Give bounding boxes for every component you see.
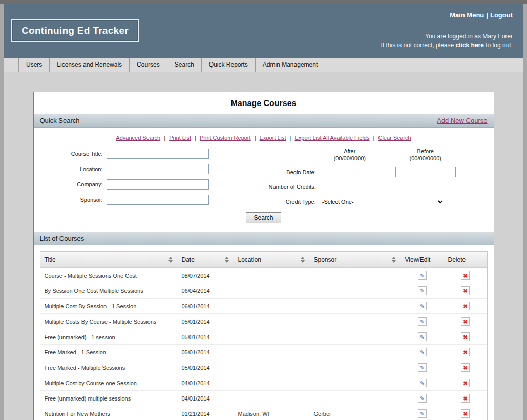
export-list-all-fields-link[interactable]: Export List All Available Fields bbox=[295, 135, 370, 141]
sponsor-input[interactable] bbox=[107, 195, 209, 205]
delete-icon[interactable]: ✖ bbox=[461, 317, 470, 326]
delete-icon[interactable]: ✖ bbox=[461, 348, 470, 356]
edit-icon[interactable]: ✎ bbox=[418, 394, 427, 403]
page-title: Manage Courses bbox=[34, 92, 494, 114]
nav-item-users[interactable]: Users bbox=[18, 58, 50, 72]
cell-delete: ✖ bbox=[444, 329, 487, 345]
nav-item-search[interactable]: Search bbox=[167, 58, 202, 72]
column-header-sponsor[interactable]: Sponsor bbox=[310, 252, 401, 268]
click-here-link[interactable]: click here bbox=[456, 41, 484, 49]
course-title-label: Course Title: bbox=[45, 151, 107, 157]
cell-view-edit: ✎ bbox=[401, 360, 444, 375]
company-input[interactable] bbox=[107, 179, 209, 190]
cell-location bbox=[234, 375, 310, 391]
cell-date: 04/01/2014 bbox=[178, 391, 234, 406]
cell-delete: ✖ bbox=[444, 391, 487, 406]
edit-icon[interactable]: ✎ bbox=[418, 302, 427, 310]
credit-type-label: Credit Type: bbox=[242, 199, 320, 205]
edit-icon[interactable]: ✎ bbox=[418, 332, 427, 341]
top-strip bbox=[0, 0, 527, 4]
cell-sponsor bbox=[310, 314, 401, 329]
edit-icon[interactable]: ✎ bbox=[418, 286, 427, 295]
table-row: Multiple Costs By Course - Multiple Sess… bbox=[40, 314, 487, 329]
logout-link[interactable]: Logout bbox=[490, 11, 513, 19]
edit-icon[interactable]: ✎ bbox=[418, 409, 427, 418]
delete-icon[interactable]: ✖ bbox=[461, 409, 470, 418]
cell-sponsor bbox=[310, 375, 401, 391]
cell-title: Nutrition For New Mothers bbox=[40, 406, 178, 420]
content-area: Manage Courses Quick Search Add New Cour… bbox=[4, 72, 523, 420]
number-of-credits-input[interactable] bbox=[320, 182, 378, 192]
cell-location bbox=[234, 299, 310, 314]
cell-view-edit: ✎ bbox=[401, 329, 444, 345]
table-row: Course - Multiple Sessions One Cost08/07… bbox=[40, 268, 487, 283]
toolbar-separator: | bbox=[195, 135, 196, 141]
advanced-search-link[interactable]: Advanced Search bbox=[116, 135, 160, 141]
cell-date: 01/21/2014 bbox=[178, 406, 234, 420]
begin-date-label: Begin Date: bbox=[242, 169, 320, 175]
quick-search-header: Quick Search Add New Course bbox=[34, 114, 494, 128]
nav-item-admin-management[interactable]: Admin Management bbox=[256, 58, 325, 72]
quick-search-body: Advanced Search | Print List | Print Cus… bbox=[34, 128, 494, 232]
cell-delete: ✖ bbox=[444, 268, 487, 283]
export-list-link[interactable]: Export List bbox=[260, 135, 286, 141]
location-input[interactable] bbox=[107, 164, 209, 174]
delete-icon[interactable]: ✖ bbox=[461, 379, 470, 387]
table-row: Free (unmarked) - 1 session05/01/2014✎✖ bbox=[40, 329, 487, 345]
cell-title: Free Marked - Multiple Sessions bbox=[40, 360, 178, 375]
sort-icon[interactable] bbox=[167, 256, 174, 264]
cell-view-edit: ✎ bbox=[401, 375, 444, 391]
main-nav: Users Licenses and Renewals Courses Sear… bbox=[4, 58, 523, 72]
cell-view-edit: ✎ bbox=[401, 345, 444, 360]
nav-item-quick-reports[interactable]: Quick Reports bbox=[202, 58, 256, 72]
header-right: Main Menu|Logout You are logged in as Ma… bbox=[381, 11, 513, 52]
cell-location: Madison, WI bbox=[234, 406, 310, 420]
begin-date-before-input[interactable] bbox=[395, 167, 456, 177]
credit-type-select[interactable]: -Select One- bbox=[320, 197, 445, 207]
table-row: Multiple Cost By Session - 1 Session06/0… bbox=[40, 299, 487, 314]
cell-delete: ✖ bbox=[444, 314, 487, 329]
cell-sponsor bbox=[310, 345, 401, 360]
cell-delete: ✖ bbox=[444, 345, 487, 360]
cell-delete: ✖ bbox=[444, 360, 487, 375]
logout-hint-pre: If this is not correct, please bbox=[381, 41, 454, 49]
delete-icon[interactable]: ✖ bbox=[461, 332, 470, 341]
column-header-date[interactable]: Date bbox=[178, 252, 234, 268]
course-list-body: Title Date bbox=[34, 245, 494, 420]
list-of-courses-title: List of Courses bbox=[40, 235, 85, 242]
delete-icon[interactable]: ✖ bbox=[461, 286, 470, 295]
search-toolbar: Advanced Search | Print List | Print Cus… bbox=[34, 131, 494, 148]
cell-location bbox=[234, 345, 310, 360]
delete-icon[interactable]: ✖ bbox=[461, 394, 470, 403]
toolbar-separator: | bbox=[290, 135, 291, 141]
sort-icon[interactable] bbox=[224, 256, 230, 264]
delete-icon[interactable]: ✖ bbox=[461, 271, 470, 280]
course-title-input[interactable] bbox=[107, 149, 209, 159]
print-custom-report-link[interactable]: Print Custom Report bbox=[200, 135, 251, 141]
nav-item-licenses-and-renewals[interactable]: Licenses and Renewals bbox=[50, 58, 130, 72]
edit-icon[interactable]: ✎ bbox=[418, 348, 427, 356]
cell-location bbox=[234, 283, 310, 299]
column-header-location[interactable]: Location bbox=[234, 252, 310, 268]
print-list-link[interactable]: Print List bbox=[169, 135, 191, 141]
delete-icon[interactable]: ✖ bbox=[461, 302, 470, 310]
edit-icon[interactable]: ✎ bbox=[418, 363, 427, 372]
login-status: You are logged in as Mary Forer If this … bbox=[381, 32, 513, 50]
edit-icon[interactable]: ✎ bbox=[418, 317, 427, 326]
begin-date-after-input[interactable] bbox=[320, 167, 380, 177]
sort-icon[interactable] bbox=[391, 256, 397, 264]
column-header-title[interactable]: Title bbox=[40, 252, 178, 268]
location-label: Location: bbox=[45, 166, 107, 172]
sort-icon[interactable] bbox=[300, 256, 306, 264]
table-row: Free (unmarked) multiple sessions04/01/2… bbox=[40, 391, 487, 406]
nav-item-courses[interactable]: Courses bbox=[130, 58, 167, 72]
edit-icon[interactable]: ✎ bbox=[418, 271, 427, 280]
main-menu-link[interactable]: Main Menu bbox=[450, 11, 484, 19]
app-header: Continuing Ed Tracker Main Menu|Logout Y… bbox=[4, 4, 523, 58]
edit-icon[interactable]: ✎ bbox=[418, 379, 427, 387]
delete-icon[interactable]: ✖ bbox=[461, 363, 470, 372]
clear-search-link[interactable]: Clear Search bbox=[378, 135, 411, 141]
cell-date: 06/04/2014 bbox=[178, 283, 234, 299]
search-button[interactable]: Search bbox=[246, 212, 281, 223]
add-new-course-link[interactable]: Add New Course bbox=[437, 117, 487, 124]
